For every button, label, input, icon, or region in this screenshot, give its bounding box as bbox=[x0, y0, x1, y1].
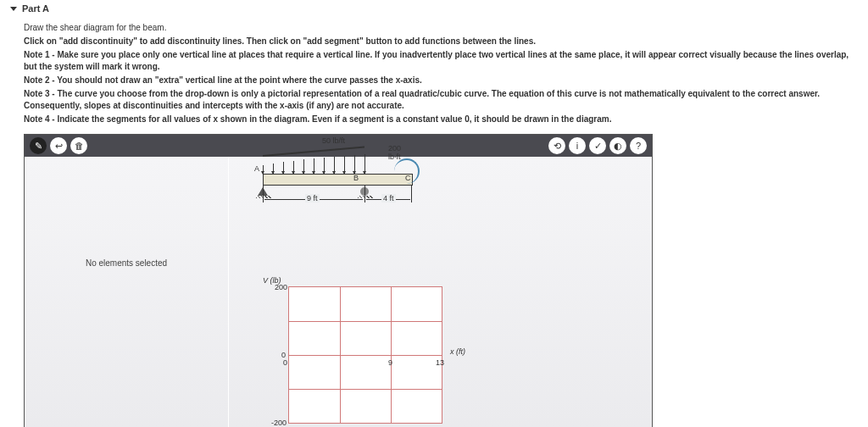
distributed-load bbox=[263, 153, 364, 174]
note1: Note 1 - Make sure you place only one ve… bbox=[24, 49, 858, 73]
label-c: C bbox=[405, 174, 411, 182]
dim1-label: 9 ft bbox=[305, 194, 320, 202]
instructions-block: Draw the shear diagram for the beam. Cli… bbox=[24, 22, 858, 125]
part-header[interactable]: Part A bbox=[10, 3, 858, 14]
label-b: B bbox=[353, 174, 359, 182]
instruction-task: Draw the shear diagram for the beam. bbox=[24, 22, 858, 34]
editor-canvas[interactable]: No elements selected 50 lb/ft 200 lb·ft bbox=[25, 157, 652, 427]
selection-panel: No elements selected bbox=[25, 157, 229, 427]
roller-base bbox=[358, 196, 373, 198]
reset-icon[interactable]: ⟲ bbox=[548, 137, 565, 154]
undo-icon[interactable]: ↩ bbox=[50, 137, 67, 154]
help-icon[interactable]: ? bbox=[630, 137, 647, 154]
xtick-13: 13 bbox=[436, 358, 444, 367]
note4: Note 4 - Indicate the segments for all v… bbox=[24, 114, 858, 125]
drawing-editor: ✎ ↩ 🗑 ⟲ i ✓ ◐ ? No elements selected 50 … bbox=[24, 134, 653, 427]
pencil-icon[interactable]: ✎ bbox=[30, 137, 47, 154]
view-icon[interactable]: ◐ bbox=[609, 137, 626, 154]
ytick-neg200: -200 bbox=[271, 419, 287, 427]
diagram-area[interactable]: 50 lb/ft 200 lb·ft bbox=[229, 157, 652, 427]
xtick-0: 0 bbox=[283, 358, 287, 367]
instruction-intro: Click on "add discontinuity" to add disc… bbox=[24, 36, 858, 47]
part-label: Part A bbox=[22, 3, 49, 14]
dim-tick bbox=[364, 186, 365, 202]
trash-icon[interactable]: 🗑 bbox=[70, 137, 87, 154]
label-a: A bbox=[254, 164, 259, 173]
caret-down-icon bbox=[10, 7, 17, 11]
ytick-200: 200 bbox=[275, 283, 287, 291]
info-icon[interactable]: i bbox=[569, 137, 586, 154]
dim-tick bbox=[263, 186, 264, 202]
graph-grid bbox=[288, 286, 442, 424]
beam-diagram: 50 lb/ft 200 lb·ft bbox=[263, 174, 413, 186]
dim2-label: 4 ft bbox=[381, 194, 396, 202]
shear-graph[interactable]: V (lb) 200 0 -200 0 9 13 x (ft) bbox=[263, 263, 466, 427]
pin-base bbox=[256, 196, 271, 198]
no-selection-text: No elements selected bbox=[86, 258, 167, 268]
check-icon[interactable]: ✓ bbox=[589, 137, 606, 154]
note2: Note 2 - You should not draw an "extra" … bbox=[24, 75, 858, 86]
note3: Note 3 - The curve you choose from the d… bbox=[24, 88, 858, 112]
load-label: 50 lb/ft bbox=[322, 136, 345, 145]
x-axis-label: x (ft) bbox=[450, 347, 465, 356]
dim-tick bbox=[411, 186, 412, 202]
beam-body bbox=[263, 174, 413, 186]
xtick-9: 9 bbox=[388, 358, 392, 367]
